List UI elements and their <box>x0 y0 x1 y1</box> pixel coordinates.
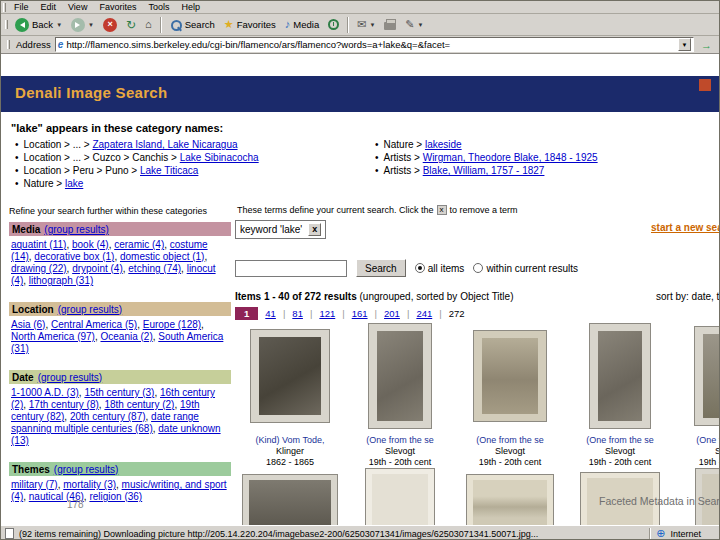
menu-help[interactable]: Help <box>175 2 206 12</box>
result-caption[interactable]: (One from the seSlevogt19th - 20th cent <box>476 435 544 468</box>
menu-favorites[interactable]: Favorites <box>93 2 142 12</box>
facet-value-link[interactable]: 15th century (3) <box>84 387 154 398</box>
forward-button[interactable]: ▼ <box>67 17 98 33</box>
page-link[interactable]: 81 <box>292 308 303 319</box>
media-note-icon: ♪ <box>285 19 291 30</box>
facet-group-results-link[interactable]: (group results) <box>54 464 118 475</box>
facet-value-link[interactable]: book (4) <box>72 239 109 250</box>
category-link[interactable]: Blake, William, 1757 - 1827 <box>423 165 545 176</box>
result-thumbnail[interactable] <box>365 468 435 525</box>
facet-value-link[interactable]: North America (97) <box>11 331 95 342</box>
refresh-button[interactable]: ↻ <box>122 18 140 32</box>
result-thumbnail[interactable] <box>250 329 330 423</box>
result-caption[interactable]: (Kind) Vom Tode,Klinger1862 - 1865 <box>256 435 325 468</box>
facet-value-link[interactable]: military (7) <box>11 479 58 490</box>
page-link[interactable]: 241 <box>416 308 432 319</box>
result-thumbnail[interactable] <box>466 474 554 525</box>
category-link[interactable]: Zapatera Island, Lake Nicaragua <box>92 139 237 150</box>
category-link[interactable]: lakeside <box>425 139 462 150</box>
category-link[interactable]: Wirgman, Theodore Blake, 1848 - 1925 <box>423 152 598 163</box>
address-input[interactable]: e http://flamenco.sims.berkeley.edu/cgi-… <box>55 37 694 52</box>
back-button[interactable]: Back ▼ <box>11 17 66 33</box>
menu-edit[interactable]: Edit <box>35 2 63 12</box>
back-dropdown-icon[interactable]: ▼ <box>56 22 62 28</box>
result-caption[interactable]: (One from the seSlevogt19th - 20th cent <box>586 435 654 468</box>
menu-file[interactable]: File <box>8 2 35 12</box>
category-link[interactable]: lake <box>65 178 83 189</box>
address-dropdown-button[interactable]: ▼ <box>678 38 691 51</box>
page-link[interactable]: 201 <box>384 308 400 319</box>
mail-button[interactable]: ✉ ▼ <box>353 18 379 31</box>
result-caption-line: Slevogt <box>366 446 434 457</box>
facet-value-link[interactable]: Oceania (2) <box>100 331 152 342</box>
radio-within-results-icon[interactable] <box>473 263 483 273</box>
print-button[interactable] <box>380 18 400 31</box>
facet-value-link[interactable]: ceramic (4) <box>114 239 164 250</box>
facet-value-link[interactable]: 1-1000 A.D. (3) <box>11 387 79 398</box>
radio-all-items-icon[interactable] <box>415 263 425 273</box>
edit-dropdown-icon[interactable]: ▼ <box>418 22 424 28</box>
category-link[interactable]: Lake Sibinacocha <box>180 152 259 163</box>
go-button[interactable]: → <box>698 39 715 51</box>
facet-value-link[interactable]: Europe (128) <box>143 319 201 330</box>
facet-value-link[interactable]: drypoint (4) <box>72 263 123 274</box>
mail-dropdown-icon[interactable]: ▼ <box>369 22 375 28</box>
result-thumbnail[interactable] <box>473 330 547 422</box>
facet-group-results-link[interactable]: (group results) <box>58 304 122 315</box>
result-thumbnail[interactable] <box>589 323 651 429</box>
toolbar-grip[interactable] <box>7 40 10 49</box>
facet-value-link[interactable]: lithograph (31) <box>29 275 93 286</box>
facet-header: Date(group results) <box>9 370 231 384</box>
start-new-search-link[interactable]: start a new search <box>651 222 720 233</box>
result-caption[interactable]: (One from the seSlevogt19th - 20th cent <box>366 435 434 468</box>
facet-value-link[interactable]: Central America (5) <box>51 319 137 330</box>
facet-value-link[interactable]: religion (36) <box>89 491 142 502</box>
search-icon <box>170 19 182 31</box>
facet-value-link[interactable]: aquatint (11) <box>11 239 66 250</box>
facet-value-link[interactable]: domestic object (1) <box>120 251 204 262</box>
radio-all-items[interactable]: all items <box>415 263 465 274</box>
menu-tools[interactable]: Tools <box>142 2 175 12</box>
media-button[interactable]: ♪ Media <box>281 18 323 31</box>
facet-value-link[interactable]: Asia (6) <box>11 319 45 330</box>
result-thumbnail[interactable] <box>368 323 432 429</box>
address-url[interactable]: http://flamenco.sims.berkeley.edu/cgi-bi… <box>66 39 675 50</box>
facet-value-link[interactable]: mortality (3) <box>63 479 116 490</box>
remove-keyword-button[interactable]: x <box>308 223 321 236</box>
sort-by-control[interactable]: sort by: date, title <box>656 291 720 302</box>
facet-value-link[interactable]: decorative box (1) <box>34 251 114 262</box>
search-input[interactable] <box>235 260 347 277</box>
internet-zone-icon: ⊕ <box>656 528 665 539</box>
result-caption[interactable]: (One from the seSlevogt19th - 20th cent <box>696 435 720 468</box>
menu-view[interactable]: View <box>62 2 93 12</box>
pagination-separator: | <box>439 308 441 319</box>
result-thumbnail[interactable] <box>242 474 338 525</box>
facet-value-link[interactable]: 18th century (2) <box>104 399 174 410</box>
edit-button[interactable]: ✎ ▼ <box>401 18 427 31</box>
facet-group-results-link[interactable]: (group results) <box>38 372 102 383</box>
facet-value-link[interactable]: 17th century (8) <box>29 399 99 410</box>
home-button[interactable]: ⌂ <box>141 18 156 31</box>
favorites-button[interactable]: ★ Favorites <box>220 18 280 31</box>
facet-value-link[interactable]: etching (74) <box>128 263 181 274</box>
search-button[interactable]: Search <box>356 259 406 277</box>
radio-within-results[interactable]: within current results <box>473 263 578 274</box>
page-link[interactable]: 121 <box>319 308 335 319</box>
category-item: •Artists > Wirgman, Theodore Blake, 1848… <box>375 151 720 164</box>
toolbar-grip[interactable] <box>5 20 8 29</box>
toolbar-grip[interactable] <box>3 3 6 12</box>
search-toolbar-button[interactable]: Search <box>166 18 219 32</box>
page-link[interactable]: 161 <box>352 308 368 319</box>
facet-value-link[interactable]: 20th century (87) <box>70 411 146 422</box>
facet-value-link[interactable]: drawing (22) <box>11 263 67 274</box>
result-thumbnail[interactable] <box>694 326 720 426</box>
forward-dropdown-icon[interactable]: ▼ <box>88 22 94 28</box>
result-item <box>345 468 455 525</box>
page-link[interactable]: 41 <box>265 308 276 319</box>
history-button[interactable] <box>324 18 343 31</box>
facet-group-results-link[interactable]: (group results) <box>44 224 108 235</box>
status-text: (92 items remaining) Downloading picture… <box>19 529 644 539</box>
facet-title: Media <box>12 224 40 235</box>
category-link[interactable]: Lake Titicaca <box>140 165 198 176</box>
stop-button[interactable]: × <box>99 17 121 33</box>
